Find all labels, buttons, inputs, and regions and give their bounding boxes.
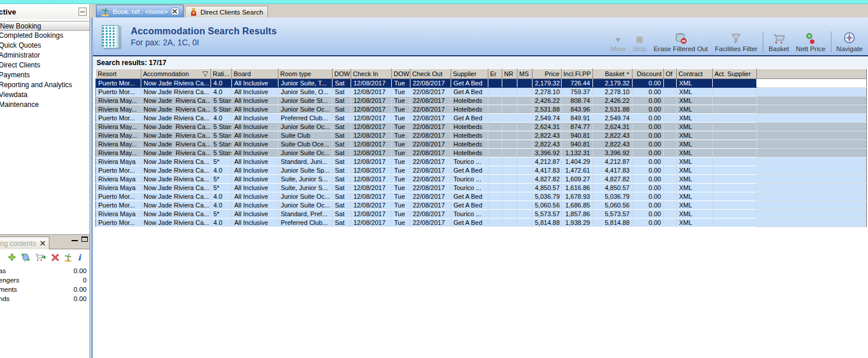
cell-contract: XML [677,105,713,114]
column-header-accommodation[interactable]: Accommodation [141,69,211,79]
cell-resort: Riviera Maya [96,184,141,192]
cell-er [488,131,502,140]
sidebar-item-completed-bookings[interactable]: Completed Bookings [0,31,90,41]
cell-empty [757,114,867,123]
column-header-contract[interactable]: Contract [677,69,713,79]
cell-accommodation: Now Jade Riviera Ca... [141,123,211,131]
table-row[interactable]: Puerto Mor...Now Jade Riviera Ca...4.0Al… [96,192,867,201]
column-header-board[interactable]: Board [232,69,278,79]
cell-of [664,79,677,88]
table-row[interactable]: Puerto Mor...Now Jade Riviera Ca...4.0Al… [96,79,867,88]
palm-icon[interactable] [63,253,73,262]
column-header-incl-fl-pp[interactable]: Incl.Fl.PP [562,69,593,79]
table-row[interactable]: Riviera May...Now Jade Riviera Ca...5 St… [96,123,867,131]
cell-ms [517,175,533,184]
cell-er [488,88,502,96]
tab-booking-contents[interactable]: ng contents [0,237,49,249]
table-row[interactable]: Riviera May...Now Jade Riviera Ca...5 St… [96,131,867,140]
column-header-ms[interactable]: MS [517,69,533,79]
cell-resort: Riviera May... [96,140,141,149]
collapse-panel-icon[interactable] [78,8,87,16]
sidebar-item-direct-clients[interactable]: Direct Clients [0,60,90,70]
cell-incl_fl_pp: 759.37 [562,88,593,96]
more-button[interactable]: More [607,35,629,53]
close-icon[interactable] [40,241,45,246]
cell-supplier: Hotelbeds [451,149,488,157]
column-header-nr[interactable]: NR [502,69,517,79]
tab-direct-clients-search[interactable]: Direct Clients Search [185,6,268,17]
cell-of [664,96,677,105]
column-header-discount[interactable]: Discount [633,69,664,79]
column-header-room-type[interactable]: Room type [278,69,333,79]
table-row[interactable]: Riviera May...Now Jade Riviera Ca...5 St… [96,105,867,114]
delete-icon[interactable] [51,253,59,262]
cell-discount: 0.00 [633,79,664,88]
sidebar-item-reporting-and-analytics[interactable]: Reporting and Analytics [0,80,90,90]
sidebar-item-payments[interactable]: Payments [0,70,90,80]
column-header-rati[interactable]: Rati... [211,69,232,79]
facilities-filter-button[interactable]: Facilities Filter [711,31,760,53]
cell-price: 2,426.22 [533,96,562,105]
cell-empty [757,88,867,96]
table-row[interactable]: Riviera May...Now Jade Riviera Ca...5 St… [96,96,867,105]
sidebar-item-quick-quotes[interactable]: Quick Quotes [0,41,90,51]
basket-button[interactable]: Basket [765,31,792,53]
table-row[interactable]: Puerto Mor...Now Jade Riviera Ca...4.0Al… [96,88,867,96]
column-header-resort[interactable]: Resort [96,69,141,79]
table-row[interactable]: Riviera MayaNow Jade Riviera Ca...5*All … [96,184,867,192]
table-row[interactable]: Puerto Mor...Now Jade Riviera Ca...4.0Al… [96,166,867,175]
cell-supplier: Tourico ... [451,184,488,192]
toolbar-separator [831,31,831,52]
refresh-icon[interactable] [20,252,31,262]
navigate-icon [843,31,856,44]
cart-go-icon[interactable] [35,252,47,262]
info-icon[interactable]: i [77,253,82,262]
column-header-check-in[interactable]: Check In [351,69,392,79]
column-header-basket[interactable]: Basket▼ [593,69,633,79]
sidebar-item-new-booking[interactable]: New Booking [0,21,90,31]
maximize-icon[interactable] [81,237,88,242]
cell-er [488,166,502,175]
navigate-button[interactable]: Navigate [833,30,866,53]
column-header-of[interactable]: Of [664,69,677,79]
results-count-label: Search results: 17/17 [97,59,166,67]
close-icon[interactable] [171,8,179,15]
sidebar-item-maintenance[interactable]: Maintenance [0,100,90,110]
cell-of [664,114,677,123]
cell-contract: XML [677,96,713,105]
sidebar-item-viewdata[interactable]: Viewdata [0,90,90,100]
cell-contract: XML [677,149,713,157]
nett-price-button[interactable]: Nett Price [792,31,829,53]
column-header-dow[interactable]: DOW [333,69,351,79]
cell-ms [517,114,533,123]
table-row[interactable]: Puerto Mor...Now Jade Riviera Ca...4.0Al… [96,219,867,227]
cell-empty [757,192,867,201]
stop-button[interactable]: Stop [629,35,650,53]
tab-book-ref-none[interactable]: Book. ref.: <none> [96,5,184,17]
table-row[interactable]: Riviera May...Now Jade Riviera Ca...5 St… [96,149,867,157]
column-header-er[interactable]: Er [488,69,502,79]
table-row[interactable]: Puerto Mor...Now Jade Riviera Ca...4.0Al… [96,114,867,123]
column-header-act-supplier[interactable]: Act. Supplier [713,69,757,79]
column-header-price[interactable]: Price [533,69,562,79]
window-top-strip [0,0,868,4]
column-header-check-out[interactable]: Check Out [410,69,451,79]
cell-check_out: 22/08/2017 [410,157,451,166]
main-area: Book. ref.: <none>Direct Clients Search … [91,4,868,358]
table-row[interactable]: Riviera May...Now Jade Riviera Ca...5 St… [96,140,867,149]
cell-board: All Inclusive [232,210,278,219]
column-header-dow[interactable]: DOW [392,69,410,79]
add-icon[interactable] [8,253,16,262]
cell-room_type: Junior Suite, T... [278,79,333,88]
sidebar-item-administrator[interactable]: Administrator [0,51,90,60]
table-row[interactable]: Riviera MayaNow Jade Riviera Ca...5*All … [96,157,867,166]
filter-icon[interactable] [202,71,209,77]
table-row[interactable]: Riviera MayaNow Jade Riviera Ca...5*All … [96,175,867,184]
cell-er [488,219,502,227]
cell-check_out: 22/08/2017 [410,210,451,219]
table-row[interactable]: Puerto Mor...Now Jade Riviera Ca...4.0Al… [96,201,867,210]
erase-filtered-out-button[interactable]: Erase Filtered Out [650,31,711,53]
table-row[interactable]: Riviera MayaNow Jade Riviera Ca...5*All … [96,210,867,219]
minimize-icon[interactable] [72,237,78,241]
column-header-supplier[interactable]: Supplier [451,69,488,79]
